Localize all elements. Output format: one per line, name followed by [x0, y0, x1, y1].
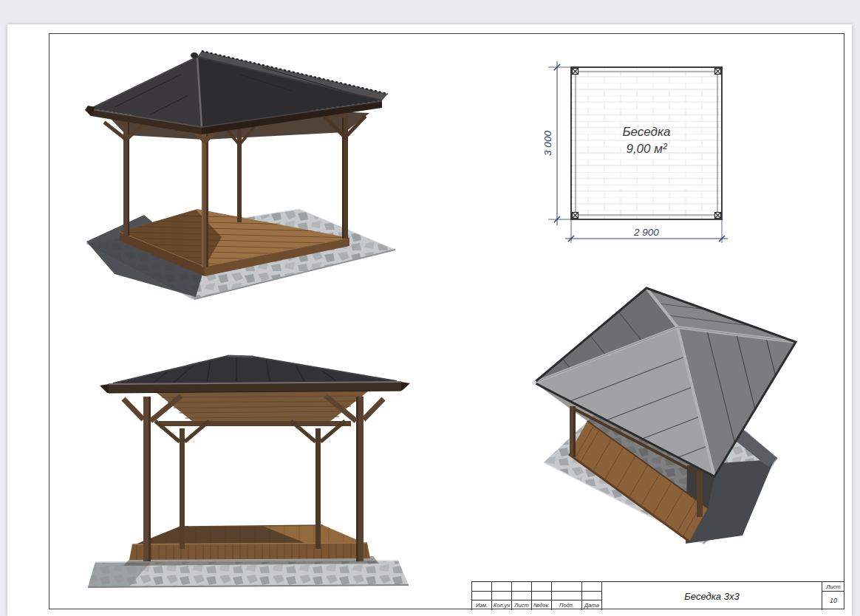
- roof-corner-glint: [532, 380, 536, 385]
- revision-cell: [552, 592, 582, 601]
- dim-height-text: 3 000: [542, 131, 553, 156]
- floor-plan-view: Беседка 9,00 м² 3 000 2 900: [539, 58, 746, 276]
- pdf-viewer-canvas: Беседка 9,00 м² 3 000 2 900: [0, 0, 860, 616]
- revision-cell: [532, 582, 552, 592]
- revision-cell: [492, 592, 512, 601]
- drawing-sheet: Беседка 9,00 м² 3 000 2 900: [7, 24, 852, 616]
- wood-deck: [129, 523, 370, 561]
- revision-table: Изм. Кол.уч Лист №док. Подп. Дата: [471, 582, 602, 610]
- col-header-koluch: Кол.уч: [492, 600, 512, 610]
- col-header-podp: Подп.: [552, 600, 582, 610]
- revision-cell: [532, 592, 552, 601]
- roof-cap-finial: [191, 52, 198, 58]
- room-name-label: Беседка: [623, 125, 671, 139]
- revision-cell: [472, 582, 492, 592]
- gazebo-perspective-view: [70, 45, 440, 318]
- col-header-izm: Изм.: [472, 600, 492, 610]
- sheet-word-label: Лист: [822, 582, 844, 592]
- revision-cell: [582, 582, 602, 592]
- revision-cell: [512, 592, 532, 601]
- sheet-number-box: Лист 10: [822, 582, 844, 610]
- revision-cell: [582, 592, 602, 601]
- gazebo-elevation-view: [85, 347, 440, 595]
- revision-cell: [512, 582, 532, 592]
- revision-cell: [492, 582, 512, 592]
- drawing-title: Беседка 3х3: [602, 582, 822, 610]
- sheet-number-value: 10: [822, 592, 844, 609]
- col-header-ndok: №док.: [532, 600, 552, 610]
- gazebo-roof-top-view: [517, 281, 820, 560]
- room-area-label: 9,00 м²: [626, 142, 667, 156]
- col-header-list: Лист: [512, 600, 532, 610]
- col-header-data: Дата: [582, 600, 602, 610]
- hip-roof: [100, 356, 410, 393]
- dim-width-text: 2 900: [633, 227, 659, 238]
- title-block: Изм. Кол.уч Лист №док. Подп. Дата Беседк…: [471, 581, 844, 609]
- revision-cell: [472, 592, 492, 601]
- revision-cell: [552, 582, 582, 592]
